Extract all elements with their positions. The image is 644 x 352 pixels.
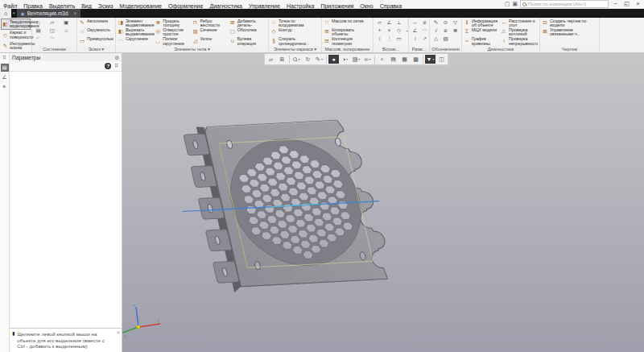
chevron-down-icon[interactable]: ▾: [313, 47, 316, 52]
menu-item-7[interactable]: Диагностика: [206, 3, 246, 9]
new-document-icon[interactable]: □: [34, 19, 43, 27]
ribbon-group-label-auxiliary[interactable]: Вспом...: [374, 46, 408, 52]
chevron-down-icon[interactable]: ▾: [321, 57, 323, 61]
marker-icon[interactable]: △: [431, 35, 440, 43]
clip-link-icon[interactable]: ∞▾: [362, 55, 373, 64]
chevron-down-icon[interactable]: ▾: [101, 47, 104, 52]
aux-rhomb-icon[interactable]: ◇: [394, 27, 403, 35]
filter-icon[interactable]: ▼▾: [425, 55, 436, 64]
open-document-icon[interactable]: ▱: [47, 19, 56, 27]
ribbon-item-create-drawing[interactable]: ⊡Создать чертеж по модели: [542, 19, 597, 27]
zoom-icon[interactable]: ▾: [291, 55, 302, 64]
menu-item-6[interactable]: Оформление: [165, 3, 206, 9]
ribbon-item-boolean[interactable]: ∪Булева операция: [229, 37, 266, 46]
menu-item-8[interactable]: Управление: [246, 3, 283, 9]
chevron-down-icon[interactable]: ▾: [369, 57, 370, 61]
aux-vert-icon[interactable]: ↕: [375, 35, 384, 43]
help-icon[interactable]: ?: [105, 63, 111, 69]
rebuild-icon[interactable]: ↻: [303, 55, 313, 64]
parameters-panel-icon[interactable]: ▤: [1, 64, 9, 72]
ribbon-item-distance-angle[interactable]: ↔Расстояние и угол: [501, 19, 538, 27]
menu-item-0[interactable]: Файл: [0, 3, 20, 9]
aux-parallel-icon[interactable]: ∥: [404, 19, 408, 27]
aux-cross-icon[interactable]: ×: [385, 27, 394, 35]
edit-icon[interactable]: ✎▾: [314, 55, 324, 64]
macro-icon[interactable]: ▩: [411, 55, 421, 64]
ribbon-group-label-drawing[interactable]: Чертеж: [540, 46, 599, 52]
ribbon-item-helix[interactable]: §Спираль цилиндрическ...: [270, 37, 320, 46]
doc-tree-icon[interactable]: ⠿: [1, 54, 9, 62]
solid-modeling-mode-button[interactable]: ◧Твердотельное моделирование: [1, 19, 31, 30]
ribbon-item-copy-objects[interactable]: ⊞Копировать объекты: [324, 27, 371, 36]
list-panel-icon[interactable]: ≡: [1, 83, 9, 91]
radial-dimension-icon[interactable]: ◠: [420, 27, 429, 35]
command-search-input[interactable]: Поиск по командам (Alt+/): [520, 0, 609, 8]
vertical-dimension-icon[interactable]: ↕: [411, 35, 419, 43]
aligned-dimension-icon[interactable]: ↗: [420, 35, 429, 43]
menu-item-2[interactable]: Выделить: [46, 3, 78, 9]
note-icon[interactable]: ≣: [451, 27, 460, 35]
ribbon-item-contour[interactable]: ◇Контур: [270, 27, 320, 36]
ribbon-item-thicken[interactable]: ≣Придать толщину: [155, 19, 192, 27]
chevron-down-icon[interactable]: ▾: [298, 57, 299, 61]
leader-icon[interactable]: ✎: [431, 19, 440, 27]
ribbon-group-label-sketch[interactable]: Эскиз ▾: [77, 46, 115, 52]
chevron-down-icon[interactable]: ▾: [358, 57, 360, 61]
ribbon-group-label-diagnostics[interactable]: Диагностика: [462, 46, 539, 52]
angle-dimension-icon[interactable]: ∠: [411, 27, 419, 35]
menu-item-3[interactable]: Вид: [78, 3, 95, 9]
roughness-icon[interactable]: √: [431, 27, 440, 35]
orientation-icon[interactable]: ●: [328, 55, 339, 64]
constraints-icon[interactable]: ×: [377, 55, 387, 64]
tree-toggle-icon[interactable]: ⠿: [114, 62, 118, 70]
minimize-button[interactable]: −: [611, 0, 620, 8]
ribbon-item-grid-pattern[interactable]: ∷Массив по сетке: [324, 19, 371, 27]
chevron-down-icon[interactable]: ▾: [432, 57, 434, 61]
linear-dimension-icon[interactable]: ↔: [411, 19, 419, 27]
ribbon-item-insert-part[interactable]: ⊞Добавить деталь-заготов...: [229, 19, 266, 27]
menu-item-4[interactable]: Эскиз: [95, 3, 117, 9]
ribbon-item-object-info[interactable]: ℹИнформация об объекте: [464, 19, 501, 27]
menu-item-10[interactable]: Приложения: [317, 3, 357, 9]
ribbon-item-rib[interactable]: ⊓Ребро жесткости: [192, 19, 229, 27]
ribbon-item-simple-hole[interactable]: ◎Отверстие простое: [155, 27, 192, 36]
wireframe-surfaces-mode-button[interactable]: ◇Каркас и поверхности: [1, 30, 31, 41]
ribbon-item-section[interactable]: ▨Сечение: [192, 27, 229, 36]
base-icon[interactable]: ▽: [451, 19, 460, 27]
ribbon-group-label-annotations[interactable]: Обозначения: [430, 46, 461, 52]
ribbon-item-draft[interactable]: ◿Уклон: [192, 37, 229, 46]
tolerance-icon[interactable]: ⌀: [441, 27, 450, 35]
ribbon-item-mass-properties[interactable]: ΣМЦХ модели: [464, 27, 501, 36]
measure-panel-icon[interactable]: ∠: [1, 73, 9, 81]
chevron-down-icon[interactable]: ▾: [206, 47, 209, 52]
ribbon-item-full-round[interactable]: ◡Полное скругление: [155, 37, 192, 46]
aux-point-icon[interactable]: +: [375, 27, 384, 35]
ribbon-item-geometry-collection[interactable]: ⊟Коллекция геометрии: [324, 37, 371, 46]
viewport-3d[interactable]: xzy ▱⊞▾↻✎▾●◑▾▨▾∞▾×▤▦▩▼▾◫: [122, 53, 644, 352]
diameter-dimension-icon[interactable]: ⌀: [420, 19, 429, 27]
menu-item-1[interactable]: Правка: [20, 3, 46, 9]
aux-dots-icon[interactable]: ⋮: [385, 35, 394, 43]
aux-perp-icon[interactable]: ⊥: [394, 19, 403, 27]
chevron-down-icon[interactable]: ▾: [346, 57, 348, 61]
aux-axis-icon[interactable]: ∠: [385, 19, 394, 27]
document-tab[interactable]: ◉ Вентиляция.m3d ×: [17, 9, 81, 18]
plane-view-icon[interactable]: ▱: [266, 55, 276, 64]
gear-icon[interactable]: ⚙: [114, 54, 119, 61]
collections-icon[interactable]: ▦: [399, 55, 410, 64]
restore-button[interactable]: ◱: [622, 0, 631, 8]
show-all-icon[interactable]: ⊞: [277, 55, 287, 64]
ribbon-item-curvature-graph[interactable]: ≈График кривизны: [464, 37, 501, 46]
ribbon-group-label-array-copy[interactable]: Массив, копирование: [322, 46, 373, 52]
ribbon-item-cut-extrude[interactable]: ◧Вырезать выдавливанием: [118, 27, 155, 36]
ribbon-item-extrude[interactable]: ◨Элемент выдавливания: [118, 19, 155, 27]
aux-rect-icon[interactable]: ▭: [394, 35, 403, 43]
ribbon-item-continuity-check[interactable]: ≀Проверка непрерывности: [501, 37, 538, 46]
screen-settings-icon[interactable]: ▣: [512, 0, 518, 8]
menu-item-11[interactable]: Окно: [357, 3, 376, 9]
last-tool-icon[interactable]: ◫: [436, 55, 447, 64]
hatch-icon[interactable]: ▨: [441, 35, 450, 43]
ribbon-item-manage-linked[interactable]: ⊠Управление связанными ч...: [542, 27, 597, 36]
menu-item-9[interactable]: Настройка: [283, 3, 317, 9]
display-mode-icon[interactable]: ◑▾: [340, 55, 350, 64]
